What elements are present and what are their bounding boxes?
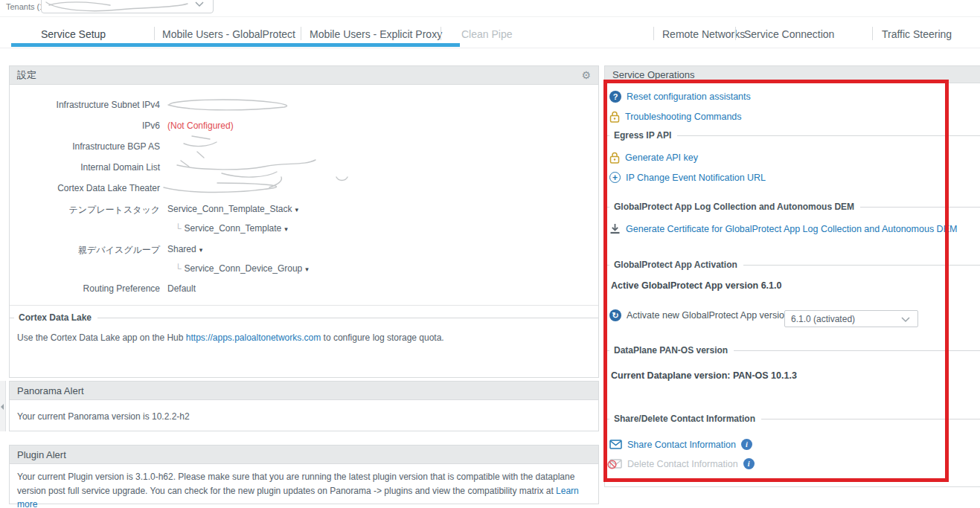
tab-remote-networks[interactable]: Remote Networks — [662, 28, 745, 40]
activate-new-gp-version-row: ↻ Activate new GlobalProtect App version… — [609, 309, 806, 321]
field-row: Internal Domain List — [10, 162, 598, 175]
field-label: Infrastructure Subnet IPv4 — [10, 100, 160, 110]
tab-divider — [154, 27, 155, 40]
field-label: Cortex Data Lake Theater — [10, 183, 160, 193]
field-row: IPv6 (Not Configured) — [10, 120, 598, 133]
tab-traffic-steering[interactable]: Traffic Steering — [882, 28, 952, 40]
prisma-access-service-setup-page: Tenants (1) > Service Setup Mobile Users… — [0, 0, 980, 508]
plugin-alert-panel: Plugin Alert Your current Plugin version… — [9, 445, 599, 504]
reset-configuration-assistants[interactable]: ? Reset configuration assistants — [609, 91, 751, 103]
gp-app-activation-legend: GlobalProtect App Activation — [605, 260, 980, 270]
share-contact-information[interactable]: Share Contact Information i — [609, 439, 752, 450]
service-operations-header: Service Operations — [605, 66, 980, 83]
tab-mobile-users-explicit-proxy[interactable]: Mobile Users - Explicit Proxy — [310, 28, 442, 40]
parent-device-group-value[interactable]: Shared — [167, 244, 196, 254]
plugin-alert-header: Plugin Alert — [10, 446, 598, 464]
tree-branch-icon: └ — [175, 263, 182, 274]
field-row: Cortex Data Lake Theater — [10, 183, 598, 196]
template-value[interactable]: Service_Conn_Template — [185, 223, 282, 234]
dataplane-panos-legend: DataPlane PAN-OS version — [605, 345, 980, 356]
caret-icon: ▾ — [199, 246, 203, 254]
field-value: (Not Configured) — [167, 120, 234, 131]
plus-circle-icon: + — [609, 172, 621, 183]
field-label: テンプレートスタック — [10, 204, 160, 216]
cortex-data-lake-legend: Cortex Data Lake — [10, 312, 598, 323]
field-row: └Service_Conn_Device_Group▾ — [10, 263, 598, 276]
settings-panel-title: 設定 — [17, 68, 36, 82]
generate-api-key[interactable]: Generate API key — [609, 152, 698, 164]
tab-divider — [301, 27, 301, 40]
divider — [0, 16, 980, 17]
caret-icon: ▾ — [284, 225, 288, 233]
device-group-value[interactable]: Service_Conn_Device_Group — [185, 263, 303, 274]
field-label: 親デバイスグループ — [10, 244, 160, 257]
troubleshooting-commands[interactable]: Troubleshooting Commands — [609, 111, 742, 123]
active-gp-version-text: Active GlobalProtect App version 6.1.0 — [611, 280, 781, 291]
activate-refresh-icon: ↻ — [609, 309, 621, 321]
panorama-alert-title: Panorama Alert — [17, 385, 84, 396]
caret-icon: ▾ — [295, 206, 298, 213]
padlock-icon — [609, 111, 620, 123]
service-operations-panel: Service Operations ? Reset configuration… — [604, 65, 980, 487]
tab-service-connection[interactable]: Service Connection — [744, 28, 834, 40]
share-delete-contact-legend: Share/Delete Contact Information — [605, 414, 980, 424]
field-row: Routing Preference Default — [10, 283, 598, 296]
field-label: Infrastructure BGP AS — [10, 141, 160, 152]
gear-icon[interactable]: ⚙ — [581, 69, 591, 81]
panorama-alert-header: Panorama Alert — [10, 382, 598, 400]
red-slash-icon — [607, 460, 617, 469]
envelope-icon — [609, 440, 622, 449]
field-label: Internal Domain List — [10, 162, 160, 173]
active-tab-underline — [11, 43, 460, 47]
field-row: Infrastructure Subnet IPv4 — [10, 100, 598, 112]
template-stack-value[interactable]: Service_Conn_Template_Stack — [167, 204, 292, 214]
tree-branch-icon: └ — [175, 223, 182, 234]
field-row: └Service_Conn_Template▾ — [10, 223, 598, 236]
sidebar-collapse-handle[interactable] — [0, 381, 6, 431]
field-label: IPv6 — [10, 120, 160, 131]
panorama-alert-panel: Panorama Alert Your current Panorama ver… — [9, 381, 599, 431]
settings-panel: 設定 ⚙ Infrastructure Subnet IPv4 IPv6 (No… — [9, 65, 599, 378]
padlock-icon — [609, 152, 620, 164]
chevron-down-icon — [901, 317, 910, 323]
cortex-data-lake-text: Use the Cortex Data Lake app on the Hub … — [17, 331, 590, 345]
tab-mobile-users-globalprotect[interactable]: Mobile Users - GlobalProtect — [162, 28, 295, 40]
tenant-select[interactable] — [41, 0, 214, 13]
tab-clean-pipe: Clean Pipe — [461, 28, 513, 40]
settings-panel-header: 設定 ⚙ — [10, 66, 598, 85]
activate-new-gp-version-label: Activate new GlobalProtect App version — [627, 310, 790, 321]
divider — [0, 48, 980, 48]
tab-divider — [653, 27, 654, 40]
egress-ip-api-legend: Egress IP API — [605, 130, 980, 141]
tab-divider — [872, 27, 873, 40]
field-row: テンプレートスタック Service_Conn_Template_Stack▾ — [10, 204, 598, 216]
tab-divider — [735, 27, 736, 40]
plugin-alert-title: Plugin Alert — [17, 449, 66, 460]
caret-icon: ▾ — [305, 266, 309, 273]
hub-link[interactable]: https://apps.paloaltonetworks.com — [186, 332, 321, 343]
delete-contact-information: Delete Contact Information i — [609, 458, 755, 469]
chevron-down-icon — [195, 1, 204, 7]
tab-service-setup[interactable]: Service Setup — [41, 28, 106, 40]
field-row: 親デバイスグループ Shared▾ — [10, 244, 598, 257]
field-label: Routing Preference — [10, 283, 160, 294]
collapse-arrow-icon — [1, 404, 4, 410]
ip-change-event-notification-url[interactable]: + IP Change Event Notification URL — [609, 172, 766, 183]
field-row: Infrastructure BGP AS — [10, 141, 598, 154]
generate-certificate-link[interactable]: Generate Certificate for GlobalProtect A… — [609, 223, 957, 234]
gp-log-collection-legend: GlobalProtect App Log Collection and Aut… — [605, 202, 980, 212]
info-icon[interactable]: i — [741, 439, 752, 450]
question-circle-icon: ? — [609, 91, 621, 103]
info-icon[interactable]: i — [743, 458, 755, 469]
gp-version-selected-value: 6.1.0 (activated) — [791, 314, 855, 324]
panorama-alert-body: Your current Panorama version is 10.2.2-… — [17, 410, 190, 424]
service-operations-title: Service Operations — [612, 69, 695, 80]
divider — [10, 305, 598, 306]
tab-divider — [441, 27, 441, 40]
field-value: Default — [167, 283, 196, 294]
plugin-alert-body: Your current Plugin version is 3.1.0-h62… — [17, 470, 596, 508]
gp-version-select[interactable]: 6.1.0 (activated) — [784, 310, 918, 327]
download-icon — [609, 223, 621, 234]
current-dataplane-version-text: Current Dataplane version: PAN-OS 10.1.3 — [611, 370, 797, 381]
